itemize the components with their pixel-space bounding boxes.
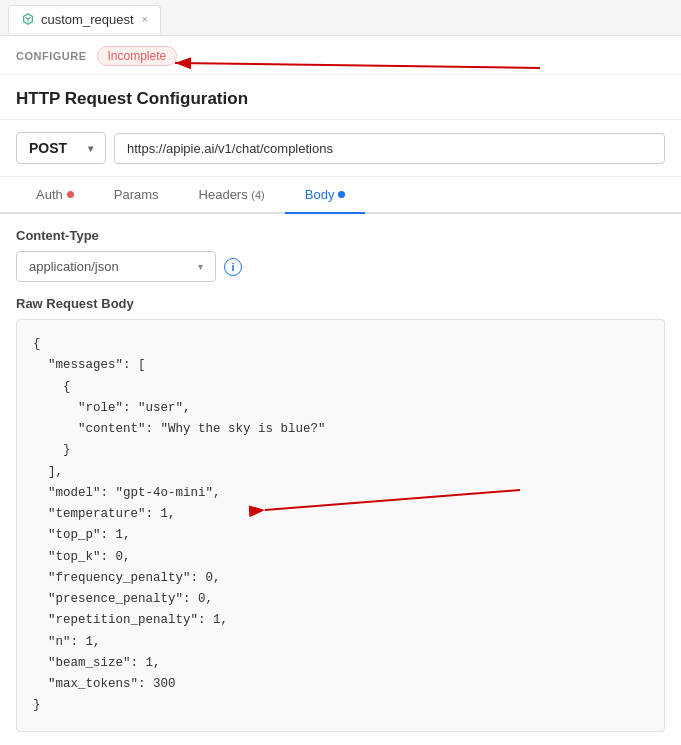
- raw-body-label: Raw Request Body: [0, 292, 681, 319]
- tab-close-button[interactable]: ×: [142, 13, 148, 25]
- method-select[interactable]: POST ▾: [16, 132, 106, 164]
- content-type-label: Content-Type: [16, 228, 665, 243]
- tab-name: custom_request: [41, 12, 134, 27]
- tab-params-label: Params: [114, 187, 159, 202]
- tab-body-label: Body: [305, 187, 335, 202]
- app-logo-icon: [21, 12, 35, 26]
- tab-custom-request[interactable]: custom_request ×: [8, 5, 161, 33]
- content-type-section: Content-Type application/json ▾ i: [0, 214, 681, 292]
- body-dot-icon: [338, 191, 345, 198]
- tab-headers[interactable]: Headers (4): [179, 177, 285, 214]
- raw-body-code[interactable]: { "messages": [ { "role": "user", "conte…: [16, 319, 665, 732]
- auth-dot-icon: [67, 191, 74, 198]
- content-type-row: application/json ▾ i: [16, 251, 665, 282]
- tab-params[interactable]: Params: [94, 177, 179, 214]
- configure-label: CONFIGURE: [16, 50, 87, 62]
- status-badge: Incomplete: [97, 46, 178, 66]
- chevron-down-icon: ▾: [88, 143, 93, 154]
- tab-bar: custom_request ×: [0, 0, 681, 36]
- tab-headers-label: Headers (4): [199, 187, 265, 202]
- tab-auth-label: Auth: [36, 187, 63, 202]
- chevron-down-icon: ▾: [198, 261, 203, 272]
- url-row: POST ▾: [0, 120, 681, 177]
- configure-row: CONFIGURE Incomplete: [0, 36, 681, 75]
- content-type-value: application/json: [29, 259, 119, 274]
- url-input[interactable]: [114, 133, 665, 164]
- tab-auth[interactable]: Auth: [16, 177, 94, 214]
- page-title: HTTP Request Configuration: [0, 75, 681, 120]
- info-icon[interactable]: i: [224, 258, 242, 276]
- tab-body[interactable]: Body: [285, 177, 366, 214]
- request-tabs: Auth Params Headers (4) Body: [0, 177, 681, 214]
- method-value: POST: [29, 140, 67, 156]
- content-type-select[interactable]: application/json ▾: [16, 251, 216, 282]
